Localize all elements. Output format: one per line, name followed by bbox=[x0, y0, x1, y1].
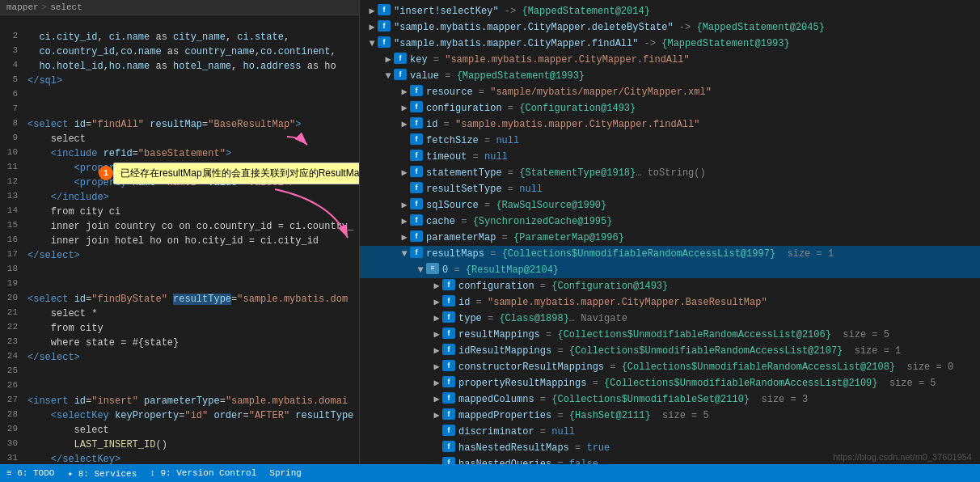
code-line: 31 </selectKey> bbox=[0, 452, 359, 464]
tree-item[interactable]: f resultSetType = null bbox=[360, 181, 980, 197]
tree-item[interactable]: f fetchSize = null bbox=[360, 133, 980, 149]
tree-toggle[interactable]: ▶ bbox=[399, 117, 410, 132]
tree-item[interactable]: f timeout = null bbox=[360, 149, 980, 165]
code-line bbox=[0, 15, 359, 30]
tree-item[interactable]: ▶ f statementType = {StatementType@1918}… bbox=[360, 165, 980, 181]
tree-item[interactable]: ▶ f configuration = {Configuration@1493} bbox=[360, 100, 980, 116]
code-line: 22 from city bbox=[0, 321, 359, 336]
tree-item[interactable]: ▶ f "insert!selectKey" -> {MappedStateme… bbox=[360, 3, 980, 19]
tree-toggle[interactable]: ▶ bbox=[366, 4, 378, 19]
tree-toggle[interactable]: ▶ bbox=[431, 392, 442, 407]
tree-toggle[interactable]: ▶ bbox=[399, 214, 410, 229]
code-line: 19 bbox=[0, 277, 359, 292]
tree-item[interactable]: ▶ f configuration = {Configuration@1493} bbox=[360, 278, 980, 294]
tree-toggle[interactable]: ▼ bbox=[366, 36, 378, 51]
bottom-bar-services[interactable]: ✦ 8: Services bbox=[67, 468, 137, 479]
tree-toggle[interactable]: ▶ bbox=[431, 328, 442, 342]
code-line: 6 bbox=[0, 88, 359, 103]
code-line: 15 inner join country co on co.country_i… bbox=[0, 219, 359, 234]
field-icon: f bbox=[410, 198, 423, 209]
field-icon: f bbox=[378, 4, 391, 15]
tree-item[interactable]: ▶ f id = "sample.mybatis.mapper.CityMapp… bbox=[360, 294, 980, 311]
code-line: 21 select * bbox=[0, 307, 359, 321]
bottom-bar-spring[interactable]: Spring bbox=[269, 468, 302, 478]
tree-item[interactable]: ▶ f parameterMap = {ParameterMap@1996} bbox=[360, 230, 980, 246]
field-icon: f bbox=[410, 166, 423, 177]
bottom-bar-vcs[interactable]: ↕ 9: Version Control bbox=[150, 468, 256, 478]
tree-item[interactable]: ▶ f sqlSource = {RawSqlSource@1990} bbox=[360, 197, 980, 214]
tree-toggle bbox=[399, 182, 410, 197]
field-icon: f bbox=[442, 328, 455, 339]
field-icon: f bbox=[410, 230, 423, 242]
field-icon: f bbox=[410, 133, 423, 145]
main-container: mapper > select 2 ci.city_id, ci.name as… bbox=[0, 0, 980, 464]
code-line: 16 inner join hotel ho on ho.city_id = c… bbox=[0, 234, 359, 248]
code-line: 2 ci.city_id, ci.name as city_name, ci.s… bbox=[0, 30, 359, 44]
tree-toggle[interactable]: ▶ bbox=[431, 344, 442, 358]
tree-toggle[interactable]: ▶ bbox=[399, 101, 410, 116]
breadcrumb: mapper > select bbox=[0, 0, 359, 15]
tooltip-bubble: 已经存在resultMap属性的会直接关联到对应的ResultMap对象 bbox=[113, 163, 359, 184]
debug-tree[interactable]: ▶ f "insert!selectKey" -> {MappedStateme… bbox=[360, 0, 980, 464]
breadcrumb-select: select bbox=[50, 2, 82, 12]
tree-item[interactable]: ▶ f id = "sample.mybatis.mapper.CityMapp… bbox=[360, 116, 980, 133]
tree-item[interactable]: f discriminator = null bbox=[360, 424, 980, 440]
tree-item[interactable]: ▶ f cache = {SynchronizedCache@1995} bbox=[360, 214, 980, 230]
map-icon: ≡ bbox=[426, 263, 439, 274]
code-line: 17 </select> bbox=[0, 248, 359, 263]
code-line: 10 <include refid="baseStatement"> bbox=[0, 146, 359, 161]
tree-item[interactable]: ▶ f key = "sample.mybatis.mapper.CityMap… bbox=[360, 52, 980, 68]
tree-item-result-map-0[interactable]: ▼ ≡ 0 = {ResultMap@2104} bbox=[360, 262, 980, 278]
code-line: 3 co.country_id,co.name as country_name,… bbox=[0, 44, 359, 59]
tree-toggle[interactable]: ▶ bbox=[431, 360, 442, 374]
code-line: 13 </include> bbox=[0, 190, 359, 205]
tree-item[interactable]: ▶ f mappedColumns = {Collections$Unmodif… bbox=[360, 391, 980, 408]
bottom-bar-todo[interactable]: ≡ 6: TODO bbox=[6, 468, 54, 478]
code-line: 27 <insert id="insert" parameterType="sa… bbox=[0, 394, 359, 408]
field-icon: f bbox=[378, 36, 391, 48]
tree-item[interactable]: ▼ f "sample.mybatis.mapper.CityMapper.fi… bbox=[360, 36, 980, 52]
tree-item[interactable]: ▶ f type = {Class@1898} … Navigate bbox=[360, 311, 980, 327]
tree-toggle[interactable]: ▶ bbox=[382, 53, 394, 67]
tree-item[interactable]: ▶ f resource = "sample/mybatis/mapper/Ci… bbox=[360, 84, 980, 100]
tree-toggle[interactable]: ▼ bbox=[399, 247, 410, 261]
code-line: 5 </sql> bbox=[0, 74, 359, 88]
tree-item[interactable]: ▶ f propertyResultMappings = {Collection… bbox=[360, 375, 980, 391]
code-line: 30 LAST_INSERT_ID() bbox=[0, 438, 359, 452]
tree-item[interactable]: ▼ f value = {MappedStatement@1993} bbox=[360, 68, 980, 84]
tree-toggle[interactable]: ▶ bbox=[399, 198, 410, 213]
tree-toggle[interactable]: ▶ bbox=[366, 20, 378, 35]
tree-toggle bbox=[399, 133, 410, 148]
tree-toggle[interactable]: ▶ bbox=[431, 408, 442, 423]
field-icon: f bbox=[410, 117, 423, 129]
tree-toggle[interactable]: ▶ bbox=[431, 295, 442, 310]
tree-toggle[interactable]: ▶ bbox=[431, 279, 442, 294]
code-line: 28 <selectKey keyProperty="id" order="AF… bbox=[0, 408, 359, 423]
tree-item[interactable]: ▶ f "sample.mybatis.mapper.CityMapper.de… bbox=[360, 19, 980, 36]
tree-toggle[interactable]: ▶ bbox=[399, 166, 410, 180]
tree-toggle bbox=[431, 457, 442, 464]
code-line: 29 select bbox=[0, 423, 359, 438]
code-line: 23 where state = #{state} bbox=[0, 336, 359, 350]
code-line: 8 <select id="findAll" resultMap="BaseRe… bbox=[0, 117, 359, 132]
field-icon: f bbox=[442, 392, 455, 404]
tree-toggle[interactable]: ▶ bbox=[431, 376, 442, 391]
field-icon: f bbox=[410, 247, 423, 258]
field-icon: f bbox=[410, 101, 423, 112]
tree-item[interactable]: ▶ f idResultMappings = {Collections$Unmo… bbox=[360, 343, 980, 359]
field-icon: f bbox=[442, 441, 455, 452]
tree-item[interactable]: ▶ f resultMappings = {Collections$Unmodi… bbox=[360, 327, 980, 343]
tree-item-result-maps[interactable]: ▼ f resultMaps = {Collections$Unmodifiab… bbox=[360, 246, 980, 262]
tree-toggle[interactable]: ▶ bbox=[399, 230, 410, 245]
field-icon: f bbox=[442, 279, 455, 290]
code-editor[interactable]: 2 ci.city_id, ci.name as city_name, ci.s… bbox=[0, 15, 359, 464]
tree-toggle bbox=[431, 441, 442, 455]
watermark: https://blog.csdn.net/m0_37601954 bbox=[833, 452, 972, 462]
tree-item[interactable]: ▶ f constructorResultMappings = {Collect… bbox=[360, 359, 980, 375]
tree-toggle[interactable]: ▼ bbox=[382, 69, 394, 83]
tree-toggle[interactable]: ▼ bbox=[415, 263, 426, 277]
tree-item[interactable]: ▶ f mappedProperties = {HashSet@2111} si… bbox=[360, 408, 980, 424]
tree-toggle[interactable]: ▶ bbox=[399, 85, 410, 99]
field-icon: f bbox=[442, 360, 455, 371]
tree-toggle[interactable]: ▶ bbox=[431, 311, 442, 326]
